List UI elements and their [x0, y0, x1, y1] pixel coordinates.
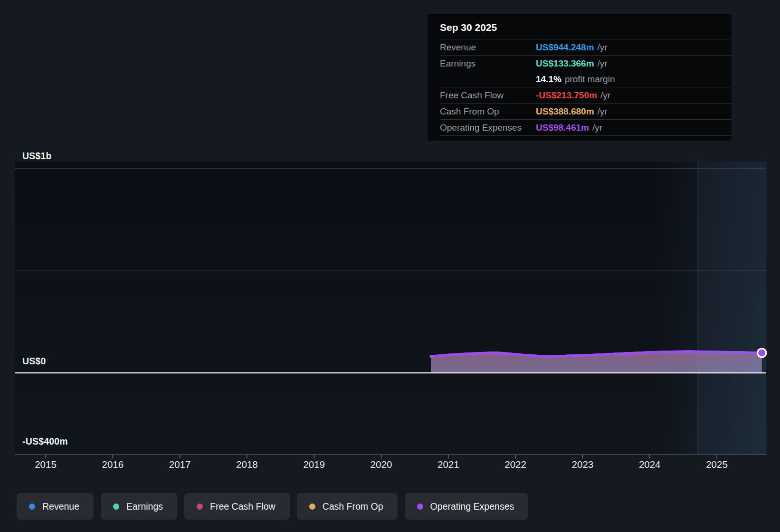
tooltip-row-operating-expenses: Operating ExpensesUS$98.461m/yr — [440, 119, 732, 135]
tooltip-row-suffix: /yr — [598, 42, 608, 53]
legend-label: Free Cash Flow — [210, 501, 276, 512]
tooltip-row-value: US$98.461m — [536, 123, 589, 133]
endpoint-dot-operating-expenses[interactable] — [758, 349, 766, 357]
tooltip-row-suffix: /yr — [598, 106, 608, 117]
legend-dot-earnings — [113, 504, 119, 510]
y-axis-label-neg400m: -US$400m — [22, 436, 68, 447]
tooltip-row-suffix: /yr — [598, 58, 608, 69]
tooltip-row-value: -US$213.750m — [536, 90, 597, 101]
tooltip-row-suffix: profit margin — [565, 74, 615, 85]
tooltip-row-value: US$133.366m — [536, 58, 594, 69]
tooltip-row-label: Operating Expenses — [440, 123, 536, 133]
tooltip-row-cash-from-op: Cash From OpUS$388.680m/yr — [440, 103, 732, 119]
x-axis-label-2018: 2018 — [226, 459, 268, 470]
chart-tooltip: Sep 30 2025 RevenueUS$944.248m/yrEarning… — [428, 14, 732, 141]
legend-dot-free-cash-flow — [197, 504, 203, 510]
x-axis-label-2016: 2016 — [91, 459, 134, 470]
tooltip-row-earnings: EarningsUS$133.366m/yr — [440, 55, 732, 71]
legend-item-revenue[interactable]: Revenue — [17, 493, 94, 520]
tooltip-row-label: Revenue — [440, 42, 536, 53]
tooltip-row-value: US$944.248m — [536, 42, 594, 53]
y-axis-label-1b: US$1b — [22, 151, 52, 162]
legend-dot-revenue — [29, 504, 35, 510]
legend-label: Cash From Op — [323, 501, 383, 512]
x-axis-label-2025: 2025 — [695, 459, 738, 470]
tooltip-row-label: Cash From Op — [440, 106, 536, 117]
tooltip-date-title: Sep 30 2025 — [428, 18, 732, 39]
tooltip-row-suffix: /yr — [600, 90, 610, 101]
legend-label: Revenue — [42, 501, 79, 512]
tooltip-row-free-cash-flow: Free Cash Flow-US$213.750m/yr — [440, 87, 732, 103]
legend-label: Operating Expenses — [430, 501, 514, 512]
tooltip-row-suffix: /yr — [592, 123, 602, 133]
x-axis-label-2017: 2017 — [159, 459, 201, 470]
tooltip-row-label: Earnings — [440, 58, 536, 69]
legend-dot-cash-from-op — [309, 504, 315, 510]
legend-item-free-cash-flow[interactable]: Free Cash Flow — [184, 493, 290, 520]
tooltip-row-profit-margin: 14.1%profit margin — [440, 71, 732, 87]
x-axis-label-2024: 2024 — [628, 459, 671, 470]
tooltip-row-value: US$388.680m — [536, 106, 594, 117]
x-axis-label-2019: 2019 — [293, 459, 335, 470]
x-axis-label-2021: 2021 — [427, 459, 470, 470]
y-axis-label-zero: US$0 — [22, 356, 46, 367]
page-root: { "page": {"background": "#151920"}, "to… — [0, 0, 780, 532]
tooltip-row-value: 14.1% — [536, 74, 561, 85]
x-axis-label-2022: 2022 — [494, 459, 537, 470]
legend-item-earnings[interactable]: Earnings — [101, 493, 177, 520]
legend-item-operating-expenses[interactable]: Operating Expenses — [405, 493, 529, 520]
chart-legend: RevenueEarningsFree Cash FlowCash From O… — [17, 493, 528, 520]
x-axis-label-2023: 2023 — [561, 459, 604, 470]
plot-background — [15, 162, 766, 455]
tooltip-bottom-rule — [440, 135, 732, 138]
legend-dot-operating-expenses — [417, 504, 423, 510]
tooltip-row-label: Free Cash Flow — [440, 90, 536, 101]
legend-label: Earnings — [126, 501, 163, 512]
legend-item-cash-from-op[interactable]: Cash From Op — [297, 493, 398, 520]
x-axis-label-2015: 2015 — [24, 459, 67, 470]
x-axis-label-2020: 2020 — [360, 459, 403, 470]
tooltip-row-revenue: RevenueUS$944.248m/yr — [440, 39, 732, 55]
